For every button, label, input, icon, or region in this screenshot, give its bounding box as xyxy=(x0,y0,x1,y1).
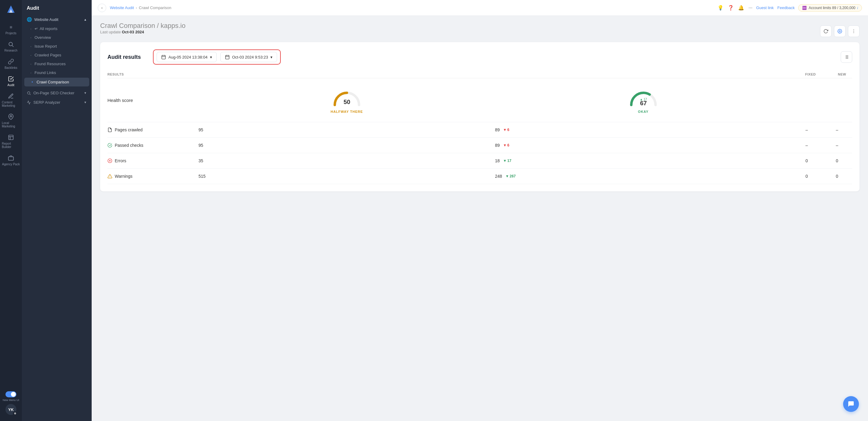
health-score-row: Health score 50 HALFWAY THERE ▲ xyxy=(107,78,852,122)
svg-point-9 xyxy=(27,92,30,94)
passed-checks-new: – xyxy=(822,143,852,148)
calendar-icon-1 xyxy=(161,55,166,60)
sidebar-section-header-website-audit[interactable]: 🌐 Website Audit ▲ xyxy=(22,14,92,24)
checkmark-circle-icon xyxy=(107,143,112,148)
new-menu-toggle-container: New Menu UI xyxy=(3,391,20,401)
gauge-2: ▲ 17 67 OKAY xyxy=(495,87,792,114)
guest-link-button[interactable]: Guest link xyxy=(756,5,774,10)
svg-point-11 xyxy=(839,31,840,32)
svg-line-10 xyxy=(30,94,31,95)
svg-rect-8 xyxy=(8,157,14,160)
refresh-button[interactable] xyxy=(820,26,832,37)
topbar: ‹ Website Audit › Crawl Comparison 💡 ❓ 🔔… xyxy=(92,0,868,16)
svg-point-12 xyxy=(854,29,854,30)
sidebar-item-found-links[interactable]: Found Links xyxy=(22,68,92,77)
backlinks-icon xyxy=(8,58,14,65)
health-gauge-2: ▲ 17 67 xyxy=(628,87,659,108)
warnings-val1: 515 xyxy=(198,174,495,179)
results-col-header: RESULTS xyxy=(107,72,198,76)
sidebar-title: Audit xyxy=(22,0,92,14)
pages-crawled-val2: 89 ▼ 6 xyxy=(495,127,792,133)
sidebar-item-crawl-comparison[interactable]: Crawl Comparison xyxy=(24,78,89,87)
settings-button[interactable] xyxy=(834,26,845,37)
nav-item-projects[interactable]: ⊞ Projects xyxy=(0,21,22,38)
svg-point-13 xyxy=(854,31,854,32)
feedback-button[interactable]: Feedback xyxy=(777,5,795,10)
settings-gear-icon: ⚙ xyxy=(13,411,17,416)
help-icon[interactable]: ❓ xyxy=(728,5,734,11)
svg-point-4 xyxy=(10,116,12,117)
main-content: ‹ Website Audit › Crawl Comparison 💡 ❓ 🔔… xyxy=(92,0,868,421)
date-picker-1[interactable]: Aug-05 2024 13:38:04 ▾ xyxy=(157,52,217,62)
pages-crawled-val1: 95 xyxy=(198,127,495,132)
health-score-label: Health score xyxy=(107,98,198,103)
chart-icon xyxy=(27,100,31,105)
passed-checks-change: ▼ 6 xyxy=(502,142,511,148)
sidebar-section-serp-analyzer[interactable]: SERP Analyzer ▼ xyxy=(22,98,92,107)
collapse-sidebar-button[interactable]: ‹ xyxy=(98,4,106,12)
chevron-down-icon: ▾ xyxy=(210,55,212,60)
chevron-down-icon: ▾ xyxy=(271,55,273,60)
topbar-icons: 💡 ❓ 🔔 ··· xyxy=(717,5,752,11)
svg-rect-5 xyxy=(9,135,13,140)
results-header: Audit results Aug-05 2024 13:38:04 ▾ Oct… xyxy=(107,50,852,65)
page-title: Crawl Comparison / kapps.io xyxy=(100,22,185,30)
sidebar-item-overview[interactable]: Overview xyxy=(22,33,92,42)
app-logo[interactable] xyxy=(5,4,17,14)
column-headers: RESULTS FIXED NEW xyxy=(107,71,852,78)
more-icon[interactable]: ··· xyxy=(748,5,752,11)
warnings-change: ▼ 267 xyxy=(504,173,517,179)
more-options-button[interactable] xyxy=(848,26,860,37)
last-update: Last update Oct-03 2024 xyxy=(100,30,185,34)
errors-new: 0 xyxy=(822,158,852,163)
projects-icon: ⊞ xyxy=(8,24,14,30)
nav-item-audit[interactable]: Audit xyxy=(0,72,22,90)
date-picker-2[interactable]: Oct-03 2024 9:53:23 ▾ xyxy=(220,52,277,62)
sidebar-section-on-page-seo[interactable]: On-Page SEO Checker ▼ xyxy=(22,88,92,98)
fixed-col-header: FIXED xyxy=(792,72,822,76)
content-marketing-icon xyxy=(8,93,14,99)
new-col-header: NEW xyxy=(822,72,852,76)
three-dots-icon xyxy=(851,29,856,34)
filter-button[interactable] xyxy=(841,51,852,63)
nav-bottom: New Menu UI YK ⚙ xyxy=(0,389,22,417)
svg-point-2 xyxy=(9,42,12,46)
sidebar-item-found-resources[interactable]: Found Resources xyxy=(22,60,92,68)
warnings-new: 0 xyxy=(822,174,852,179)
pages-crawled-row: Pages crawled 95 89 ▼ 6 – – xyxy=(107,122,852,138)
nav-item-content-marketing[interactable]: Content Marketing xyxy=(0,90,22,110)
search-icon xyxy=(27,91,31,95)
sidebar-item-issue-report[interactable]: Issue Report xyxy=(22,42,92,51)
warnings-val2: 248 ▼ 267 xyxy=(495,173,792,179)
sidebar: Audit 🌐 Website Audit ▲ ↵ All reports Ov… xyxy=(22,0,92,421)
nav-item-research[interactable]: Research xyxy=(0,38,22,55)
results-card: Audit results Aug-05 2024 13:38:04 ▾ Oct… xyxy=(100,42,860,191)
nav-item-local-marketing[interactable]: Local Marketing xyxy=(0,110,22,131)
passed-checks-val2: 89 ▼ 6 xyxy=(495,142,792,148)
user-avatar[interactable]: YK ⚙ xyxy=(5,404,17,415)
sidebar-item-crawled-pages[interactable]: Crawled Pages xyxy=(22,51,92,60)
date-picker-group: Aug-05 2024 13:38:04 ▾ Oct-03 2024 9:53:… xyxy=(153,50,281,65)
report-builder-icon xyxy=(8,134,14,141)
account-limits-badge: ♾️ Account limits 89 / 3,200,000 i xyxy=(798,4,862,11)
toggle-label: New Menu UI xyxy=(3,398,20,401)
chat-button[interactable] xyxy=(843,396,859,412)
nav-item-backlinks[interactable]: Backlinks xyxy=(0,55,22,72)
new-menu-toggle[interactable] xyxy=(5,391,17,397)
calendar-icon-2 xyxy=(225,55,230,60)
last-update-date: Oct-03 2024 xyxy=(122,30,144,34)
sidebar-item-all-reports[interactable]: ↵ All reports xyxy=(22,24,92,33)
bell-icon[interactable]: 🔔 xyxy=(738,5,744,11)
svg-text:67: 67 xyxy=(640,100,646,106)
health-gauge-1: 50 xyxy=(332,87,362,108)
info-icon: i xyxy=(857,6,858,10)
page-title-row: Crawl Comparison / kapps.io Last update … xyxy=(100,22,860,40)
nav-item-report-builder[interactable]: Report Builder xyxy=(0,131,22,152)
breadcrumb-parent-link[interactable]: Website Audit xyxy=(110,5,134,10)
errors-change: ▼ 17 xyxy=(502,158,513,163)
bulb-icon[interactable]: 💡 xyxy=(717,5,723,11)
errors-fixed: 0 xyxy=(792,158,822,163)
nav-item-agency-pack[interactable]: Agency Pack xyxy=(0,152,22,169)
pages-crawled-new: – xyxy=(822,127,852,132)
errors-row: Errors 35 18 ▼ 17 0 0 xyxy=(107,153,852,169)
